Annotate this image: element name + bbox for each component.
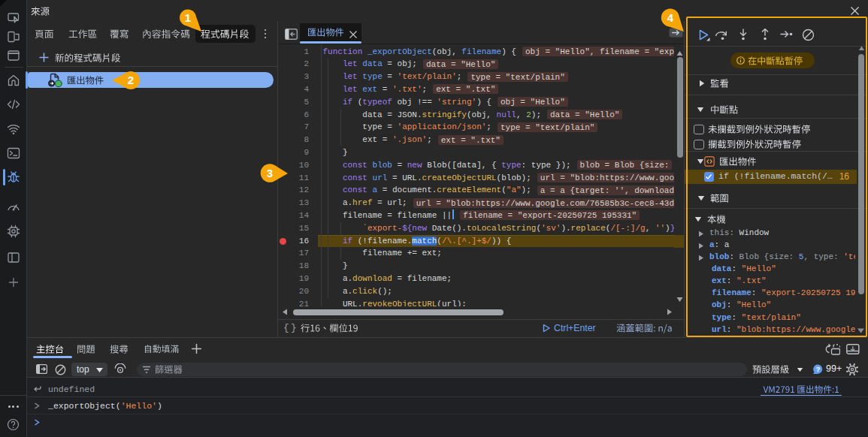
- svg-text:3: 3: [267, 167, 273, 179]
- svg-text:4: 4: [667, 11, 674, 24]
- svg-text:?: ?: [815, 365, 820, 373]
- svg-text:1: 1: [185, 11, 191, 24]
